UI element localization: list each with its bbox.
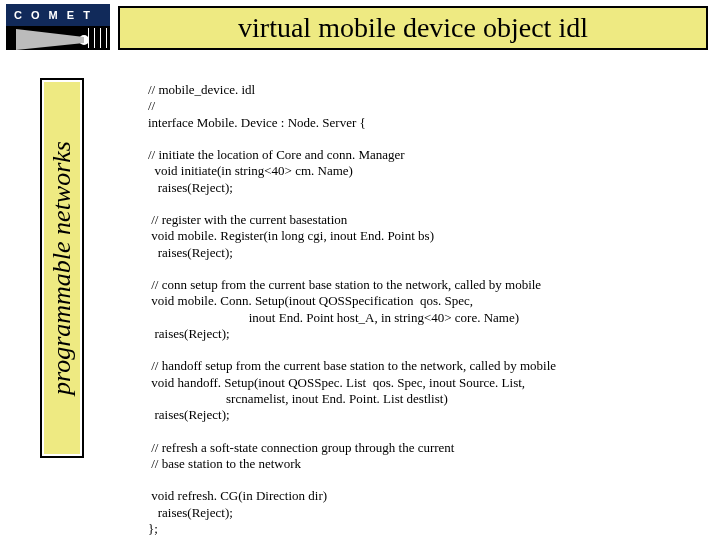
svg-rect-5: [94, 28, 95, 48]
code-comment: // handoff setup from the current base s…: [148, 358, 556, 373]
code-line: raises(Reject);: [148, 180, 233, 195]
code-line: void mobile. Register(in long cgi, inout…: [148, 228, 434, 243]
code-line: //: [148, 98, 155, 113]
code-line: interface Mobile. Device : Node. Server …: [148, 115, 366, 130]
logo-text: C O M E T: [14, 9, 93, 21]
code-line: void mobile. Conn. Setup(inout QOSSpecif…: [148, 293, 473, 308]
code-line: inout End. Point host_A, in string<40> c…: [148, 310, 519, 325]
code-line: void refresh. CG(in Direction dir): [148, 488, 327, 503]
svg-rect-7: [106, 28, 107, 48]
title-container: virtual mobile device object idl: [118, 6, 708, 54]
code-line: void initiate(in string<40> cm. Name): [148, 163, 353, 178]
code-line: void handoff. Setup(inout QOSSpec. List …: [148, 375, 525, 390]
svg-rect-4: [88, 28, 89, 48]
sidebar: programmable networks: [40, 78, 84, 458]
code-line: // mobile_device. idl: [148, 82, 255, 97]
code-comment: // initiate the location of Core and con…: [148, 147, 405, 162]
comet-logo: C O M E T: [6, 4, 110, 50]
page-title: virtual mobile device object idl: [122, 10, 704, 46]
code-comment: // refresh a soft-state connection group…: [148, 440, 454, 455]
code-line: srcnamelist, inout End. Point. List dest…: [148, 391, 448, 406]
sidebar-label: programmable networks: [47, 141, 77, 395]
code-comment: // conn setup from the current base stat…: [148, 277, 541, 292]
sidebar-box: programmable networks: [40, 78, 84, 458]
code-comment: // register with the current basestation: [148, 212, 347, 227]
slide-root: C O M E T virtual mobile device object i…: [0, 0, 720, 540]
code-line: };: [148, 521, 158, 536]
idl-code-block: // mobile_device. idl // interface Mobil…: [148, 82, 708, 537]
code-comment: // base station to the network: [148, 456, 301, 471]
title-box: virtual mobile device object idl: [118, 6, 708, 50]
code-line: raises(Reject);: [148, 245, 233, 260]
code-line: raises(Reject);: [148, 407, 230, 422]
svg-rect-6: [100, 28, 101, 48]
code-line: raises(Reject);: [148, 505, 233, 520]
sidebar-inner: programmable networks: [44, 82, 80, 454]
code-line: raises(Reject);: [148, 326, 230, 341]
